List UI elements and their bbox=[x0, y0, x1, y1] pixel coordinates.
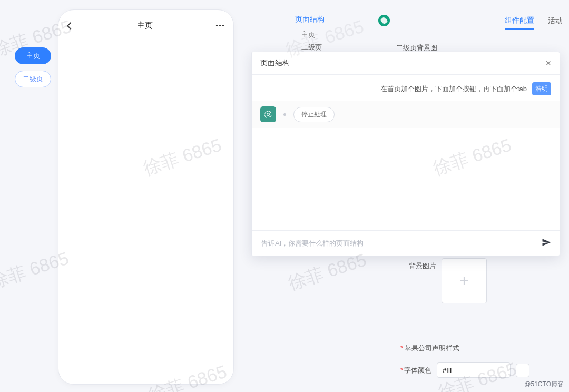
svg-point-0 bbox=[267, 113, 270, 116]
back-icon[interactable] bbox=[67, 22, 74, 29]
sidebar-item-home[interactable]: 主页 bbox=[15, 47, 51, 64]
dialog-title: 页面结构 bbox=[260, 58, 290, 68]
close-icon[interactable]: × bbox=[545, 58, 551, 68]
page-list: 主页 二级页 bbox=[15, 47, 51, 87]
loading-dot-icon bbox=[283, 113, 286, 116]
divider bbox=[396, 331, 565, 331]
right-form: 背景图片 bbox=[396, 258, 560, 316]
font-color-label: *字体颜色 bbox=[400, 366, 431, 375]
more-icon[interactable] bbox=[216, 25, 224, 26]
bg-image-uploader[interactable] bbox=[442, 258, 487, 303]
assistant-row: 停止处理 bbox=[252, 101, 560, 128]
apple-style-title: *苹果公司声明样式 bbox=[400, 344, 529, 353]
dialog-body: 在首页加个图片，下面加个按钮，再下面加个tab 浩明 停止处理 bbox=[252, 75, 560, 230]
ai-dialog: 页面结构 × 在首页加个图片，下面加个按钮，再下面加个tab 浩明 停止处理 bbox=[251, 52, 560, 256]
plus-icon bbox=[459, 272, 469, 290]
user-message-row: 在首页加个图片，下面加个按钮，再下面加个tab 浩明 bbox=[252, 75, 560, 101]
phone-preview: 主页 bbox=[58, 9, 234, 385]
font-color-input[interactable] bbox=[437, 362, 511, 378]
user-message-text: 在首页加个图片，下面加个按钮，再下面加个tab bbox=[380, 84, 527, 94]
assistant-avatar-icon bbox=[260, 106, 276, 122]
tab-activity[interactable]: 活动 bbox=[548, 16, 563, 29]
stop-button[interactable]: 停止处理 bbox=[293, 107, 335, 122]
structure-panel-title: 页面结构 bbox=[295, 15, 390, 24]
bg-image-label: 背景图片 bbox=[396, 258, 442, 271]
dialog-footer bbox=[252, 230, 560, 256]
attribution-text: @51CTO博客 bbox=[524, 380, 564, 389]
phone-title: 主页 bbox=[137, 21, 153, 31]
font-color-swatch[interactable] bbox=[516, 364, 529, 377]
user-avatar-badge: 浩明 bbox=[532, 82, 551, 95]
send-icon[interactable] bbox=[542, 238, 552, 249]
structure-panel: 页面结构 主页 二级页 bbox=[295, 15, 390, 54]
right-tabs: 组件配置 活动 bbox=[505, 16, 569, 30]
structure-item-home[interactable]: 主页 bbox=[295, 28, 390, 41]
phone-header: 主页 bbox=[58, 10, 233, 38]
ai-icon[interactable] bbox=[378, 15, 390, 26]
prompt-input[interactable] bbox=[259, 236, 542, 250]
apple-style-section: *苹果公司声明样式 *字体颜色 bbox=[400, 344, 529, 378]
sidebar-item-secondary[interactable]: 二级页 bbox=[15, 71, 51, 87]
tab-component-config[interactable]: 组件配置 bbox=[505, 16, 534, 30]
dialog-header: 页面结构 × bbox=[252, 52, 560, 75]
